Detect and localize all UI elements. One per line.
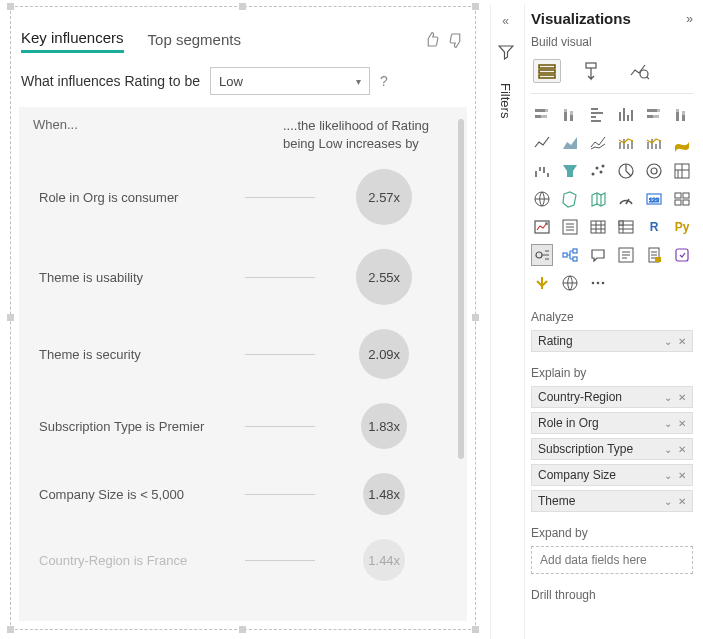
chevron-down-icon[interactable]: ⌄	[664, 496, 672, 507]
kpi-icon[interactable]	[531, 216, 553, 238]
treemap-icon[interactable]	[671, 160, 693, 182]
influencer-bubble[interactable]: 1.83x	[361, 403, 407, 449]
thumbs-up-icon[interactable]	[423, 31, 441, 52]
remove-field-icon[interactable]: ✕	[678, 444, 686, 455]
resize-handle[interactable]	[472, 314, 479, 321]
influencer-bubble[interactable]: 1.48x	[363, 473, 405, 515]
chevron-down-icon[interactable]: ⌄	[664, 336, 672, 347]
decomposition-tree-icon[interactable]	[559, 244, 581, 266]
connector-line	[245, 277, 315, 278]
analyze-field[interactable]: Rating⌄✕	[531, 330, 693, 352]
power-automate-icon[interactable]	[531, 272, 553, 294]
table-icon[interactable]	[587, 216, 609, 238]
remove-field-icon[interactable]: ✕	[678, 336, 686, 347]
visual-frame[interactable]: ⋯ Key influencers Top segments What infl…	[10, 6, 476, 630]
waterfall-chart-icon[interactable]	[531, 160, 553, 182]
line-clustered-column-icon[interactable]	[643, 132, 665, 154]
chevron-down-icon[interactable]: ⌄	[664, 444, 672, 455]
field-label: Subscription Type	[538, 442, 633, 456]
power-apps-icon[interactable]	[671, 244, 693, 266]
chevron-down-icon[interactable]: ⌄	[664, 418, 672, 429]
resize-handle[interactable]	[7, 626, 14, 633]
influencer-row[interactable]: Country-Region is France1.44x	[19, 527, 467, 593]
influencer-bubble[interactable]: 1.44x	[363, 539, 405, 581]
tab-top-segments[interactable]: Top segments	[148, 31, 241, 52]
smart-narrative-icon[interactable]	[615, 244, 637, 266]
influencer-bubble[interactable]: 2.57x	[356, 169, 412, 225]
line-chart-icon[interactable]	[531, 132, 553, 154]
column-header-when: When...	[33, 117, 78, 132]
expand-by-dropzone[interactable]: Add data fields here	[531, 546, 693, 574]
resize-handle[interactable]	[239, 626, 246, 633]
remove-field-icon[interactable]: ✕	[678, 470, 686, 481]
mode-tabs	[531, 53, 693, 94]
gauge-icon[interactable]	[615, 188, 637, 210]
influencer-row[interactable]: Role in Org is consumer2.57x	[19, 157, 467, 237]
filters-label[interactable]: Filters	[498, 83, 513, 118]
remove-field-icon[interactable]: ✕	[678, 496, 686, 507]
remove-field-icon[interactable]: ✕	[678, 418, 686, 429]
explain-field[interactable]: Theme⌄✕	[531, 490, 693, 512]
scatter-chart-icon[interactable]	[587, 160, 609, 182]
python-visual-icon[interactable]: Py	[671, 216, 693, 238]
collapse-pane-icon[interactable]: »	[686, 12, 693, 26]
slicer-icon[interactable]	[559, 216, 581, 238]
clustered-bar-chart-icon[interactable]	[587, 104, 609, 126]
resize-handle[interactable]	[7, 3, 14, 10]
arcgis-icon[interactable]	[559, 272, 581, 294]
matrix-icon[interactable]	[615, 216, 637, 238]
filter-icon[interactable]	[498, 44, 514, 63]
influencers-body: When... ....the likelihood of Rating bei…	[19, 107, 467, 621]
explain-field[interactable]: Subscription Type⌄✕	[531, 438, 693, 460]
thumbs-down-icon[interactable]	[447, 31, 465, 52]
multi-row-card-icon[interactable]	[671, 188, 693, 210]
influencer-row[interactable]: Company Size is < 5,0001.48x	[19, 461, 467, 527]
stacked-bar-chart-icon[interactable]	[531, 104, 553, 126]
visualizations-pane: Visualizations » Build visual 123RPy Ana…	[524, 4, 699, 639]
influencer-bubble[interactable]: 2.55x	[356, 249, 412, 305]
key-influencers-icon[interactable]	[531, 244, 553, 266]
explain-field[interactable]: Country-Region⌄✕	[531, 386, 693, 408]
help-icon[interactable]: ?	[380, 73, 388, 89]
clustered-column-chart-icon[interactable]	[615, 104, 637, 126]
qna-icon[interactable]	[587, 244, 609, 266]
chevron-down-icon[interactable]: ⌄	[664, 470, 672, 481]
card-icon[interactable]: 123	[643, 188, 665, 210]
tab-key-influencers[interactable]: Key influencers	[21, 29, 124, 53]
explain-field[interactable]: Company Size⌄✕	[531, 464, 693, 486]
mode-build-icon[interactable]	[533, 59, 561, 83]
hundred-stacked-bar-icon[interactable]	[643, 104, 665, 126]
shape-map-icon[interactable]	[587, 188, 609, 210]
stacked-area-chart-icon[interactable]	[587, 132, 609, 154]
resize-handle[interactable]	[472, 3, 479, 10]
mode-format-icon[interactable]	[579, 59, 607, 83]
influencer-bubble[interactable]: 2.09x	[359, 329, 409, 379]
line-stacked-column-icon[interactable]	[615, 132, 637, 154]
donut-chart-icon[interactable]	[643, 160, 665, 182]
expand-filters-icon[interactable]: «	[502, 14, 509, 28]
resize-handle[interactable]	[7, 314, 14, 321]
ribbon-chart-icon[interactable]	[671, 132, 693, 154]
more-visuals-icon[interactable]	[587, 272, 609, 294]
filled-map-icon[interactable]	[559, 188, 581, 210]
hundred-stacked-column-icon[interactable]	[671, 104, 693, 126]
influencer-row[interactable]: Theme is security2.09x	[19, 317, 467, 391]
resize-handle[interactable]	[239, 3, 246, 10]
chevron-down-icon[interactable]: ⌄	[664, 392, 672, 403]
influencer-row[interactable]: Theme is usability2.55x	[19, 237, 467, 317]
area-chart-icon[interactable]	[559, 132, 581, 154]
funnel-chart-icon[interactable]	[559, 160, 581, 182]
value-dropdown[interactable]: Low ▾	[210, 67, 370, 95]
paginated-report-icon[interactable]	[643, 244, 665, 266]
remove-field-icon[interactable]: ✕	[678, 392, 686, 403]
scrollbar[interactable]	[458, 119, 464, 459]
svg-rect-34	[683, 193, 689, 198]
mode-analytics-icon[interactable]	[625, 59, 653, 83]
r-visual-icon[interactable]: R	[643, 216, 665, 238]
map-icon[interactable]	[531, 188, 553, 210]
explain-field[interactable]: Role in Org⌄✕	[531, 412, 693, 434]
pie-chart-icon[interactable]	[615, 160, 637, 182]
resize-handle[interactable]	[472, 626, 479, 633]
stacked-column-chart-icon[interactable]	[559, 104, 581, 126]
influencer-row[interactable]: Subscription Type is Premier1.83x	[19, 391, 467, 461]
